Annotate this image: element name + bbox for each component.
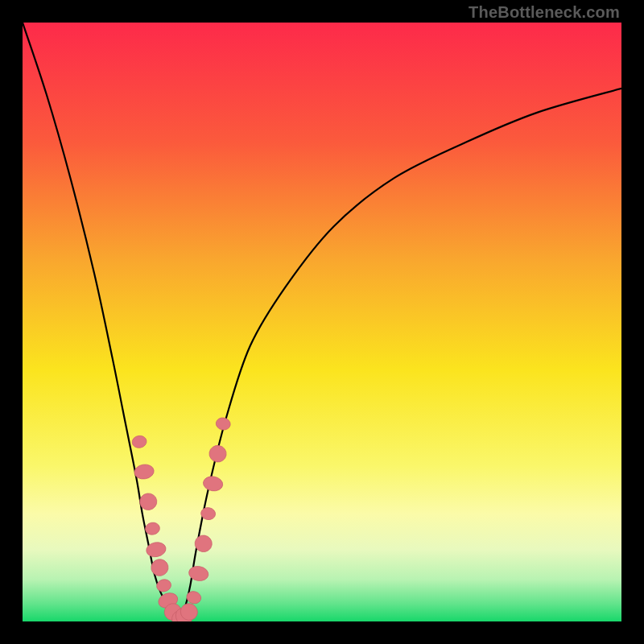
bead-marker bbox=[208, 444, 227, 464]
bead-marker bbox=[202, 475, 224, 492]
curve-layer bbox=[23, 23, 621, 621]
right-curve bbox=[178, 89, 621, 618]
bead-marker bbox=[150, 558, 170, 578]
bead-marker bbox=[215, 417, 231, 431]
watermark-text: TheBottleneck.com bbox=[469, 3, 620, 22]
bead-marker bbox=[131, 435, 147, 449]
highlight-beads bbox=[131, 417, 231, 621]
frame-border bbox=[0, 0, 23, 644]
frame-border bbox=[621, 0, 644, 644]
bead-marker bbox=[185, 590, 202, 605]
bead-marker bbox=[155, 578, 172, 593]
frame-border bbox=[0, 621, 644, 644]
chart-stage: TheBottleneck.com bbox=[0, 0, 644, 644]
plot-area bbox=[23, 23, 621, 621]
